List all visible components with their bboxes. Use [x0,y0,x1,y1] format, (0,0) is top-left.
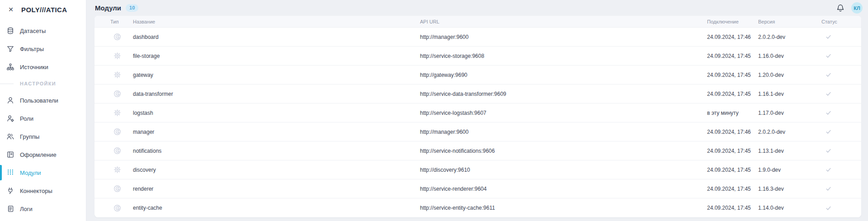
module-name: manager [133,129,420,135]
count-badge: 10 [126,4,138,12]
sidebar-item-label: Коннекторы [20,188,52,194]
role-icon [6,114,14,122]
table-row[interactable]: logstash http://service-logstash:9607 в … [94,103,861,122]
module-name: gateway [133,72,420,78]
table-row[interactable]: discovery http://discovery:9610 24.09.20… [94,160,861,179]
close-icon[interactable]: ✕ [7,6,15,13]
table-header-row: Тип Название API URL Подключение Версия … [94,16,861,28]
module-version: 2.0.2.0-dev [758,129,821,135]
sidebar-item-logs[interactable]: Логи [0,200,86,218]
module-logo-icon [113,185,121,193]
module-version: 1.16.1-dev [758,91,821,97]
check-icon [825,52,832,59]
module-api-url: http://service-logstash:9607 [420,110,707,116]
sidebar-item-datasets[interactable]: Датасеты [0,22,86,40]
module-logo-icon [113,90,121,98]
module-version: 1.13.1-dev [758,148,821,154]
column-header-type: Тип [110,19,133,24]
modules-table: Тип Название API URL Подключение Версия … [94,16,861,217]
check-icon [825,90,832,97]
table-row[interactable]: data-transformer http://service-data-tra… [94,85,861,103]
gear-icon [113,52,121,60]
module-connected-at: 24.09.2024, 17:45 [707,167,758,173]
sidebar-item-connectors[interactable]: Коннекторы [0,182,86,200]
module-api-url: http://manager:9600 [420,34,707,40]
filter-icon [6,45,14,53]
sidebar-item-label: Группы [20,133,39,140]
check-icon [825,33,832,40]
gear-icon [113,109,121,117]
sidebar-item-modules[interactable]: Модули [0,164,86,182]
module-connected-at: 24.09.2024, 17:45 [707,186,758,192]
table-row[interactable]: file-storage http://service-storage:9608… [94,47,861,66]
table-row[interactable]: renderer http://service-renderer:9604 24… [94,179,861,198]
section-label: НАСТРОЙКИ [20,81,56,86]
sidebar-item-users[interactable]: Пользователи [0,91,86,109]
module-version: 1.20.0-dev [758,72,821,78]
module-api-url: http://manager:9600 [420,129,707,135]
gear-icon [113,71,121,79]
sidebar-item-label: Датасеты [20,28,46,34]
table-row[interactable]: notifications http://service-notificatio… [94,141,861,160]
sidebar-item-label: Пользователи [20,97,58,104]
table-row[interactable]: dashboard http://manager:9600 24.09.2024… [94,28,861,47]
module-version: 1.16.3-dev [758,186,821,192]
table-row[interactable]: manager http://manager:9600 24.09.2024, … [94,122,861,141]
sidebar-item-label: Логи [20,206,33,212]
column-header-connection: Подключение [707,19,758,24]
section-divider [0,84,14,84]
sidebar-item-label: Фильтры [20,46,44,52]
check-icon [825,71,832,78]
sidebar-item-groups[interactable]: Группы [0,127,86,146]
module-connected-at: 24.09.2024, 17:45 [707,53,758,59]
sidebar-item-label: Модули [20,169,41,176]
groups-icon [6,132,14,141]
logo: POLY///ATICA [21,6,67,14]
sidebar-item-roles[interactable]: Роли [0,109,86,127]
active-indicator [0,165,2,180]
sidebar-item-label: Оформление [20,151,57,158]
module-api-url: http://service-renderer:9604 [420,186,707,192]
module-name: renderer [133,186,420,192]
module-connected-at: 24.09.2024, 17:45 [707,91,758,97]
appearance-icon [6,150,14,159]
module-connected-at: в эту минуту [707,110,758,116]
module-api-url: http://service-data-transformer:9609 [420,91,707,97]
sources-icon [6,63,14,71]
column-header-version: Версия [758,19,821,24]
check-icon [825,147,832,154]
gear-icon [113,166,121,174]
sidebar-item-appearance[interactable]: Оформление [0,146,86,164]
sidebar: ✕ POLY///ATICA Датасеты Фильтры [0,0,86,221]
module-connected-at: 24.09.2024, 17:45 [707,205,758,211]
database-icon [6,27,14,35]
module-version: 1.14.0-dev [758,205,821,211]
table-row[interactable]: gateway http://gateway:9690 24.09.2024, … [94,66,861,85]
avatar[interactable]: КЛ [851,2,863,14]
module-api-url: http://discovery:9610 [420,167,707,173]
module-connected-at: 24.09.2024, 17:46 [707,34,758,40]
module-version: 1.9.0-dev [758,167,821,173]
logs-icon [6,205,14,213]
check-icon [825,205,832,212]
module-connected-at: 24.09.2024, 17:46 [707,129,758,135]
topbar: Модули 10 КЛ [86,0,868,16]
sidebar-header: ✕ POLY///ATICA [0,0,86,19]
column-header-status: Статус [821,19,860,24]
table-row[interactable]: entity-cache http://service-entity-cache… [94,198,861,217]
module-logo-icon [113,128,121,136]
sidebar-item-label: Роли [20,115,33,122]
module-name: entity-cache [133,205,420,211]
bell-icon[interactable] [836,4,845,13]
sidebar-item-filters[interactable]: Фильтры [0,40,86,58]
sidebar-item-sources[interactable]: Источники [0,58,86,76]
module-version: 1.17.0-dev [758,110,821,116]
module-name: dashboard [133,34,420,40]
page-title: Модули [95,4,121,12]
user-icon [6,96,14,104]
sidebar-section-settings: НАСТРОЙКИ [0,76,86,91]
module-version: 1.16.0-dev [758,53,821,59]
module-name: file-storage [133,53,420,59]
check-icon [825,128,832,135]
check-icon [825,166,832,173]
